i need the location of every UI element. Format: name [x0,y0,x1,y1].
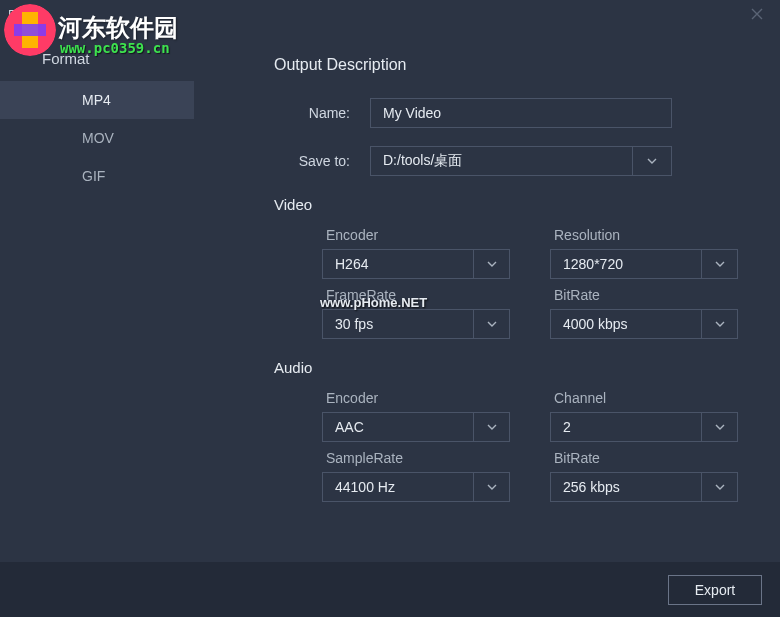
close-button[interactable] [742,0,772,28]
select-arrow[interactable] [701,473,737,501]
select-value: 1280*720 [551,250,701,278]
chevron-down-icon [487,484,497,490]
video-bitrate-select[interactable]: 4000 kbps [550,309,738,339]
select-arrow[interactable] [701,250,737,278]
video-framerate-label: FrameRate [322,287,510,303]
video-encoder-label: Encoder [322,227,510,243]
select-arrow[interactable] [473,250,509,278]
chevron-down-icon [715,261,725,267]
select-value: 30 fps [323,310,473,338]
saveto-path[interactable]: D:/tools/桌面 [370,146,632,176]
audio-channel-select[interactable]: 2 [550,412,738,442]
select-arrow[interactable] [473,413,509,441]
sidebar-item-label: MP4 [82,92,111,108]
audio-bitrate-label: BitRate [550,450,738,466]
chevron-down-icon [487,261,497,267]
audio-bitrate-select[interactable]: 256 kbps [550,472,738,502]
audio-heading: Audio [274,359,738,376]
select-arrow[interactable] [473,310,509,338]
sidebar-item-gif[interactable]: GIF [0,157,194,195]
sidebar-item-label: MOV [82,130,114,146]
select-arrow[interactable] [701,310,737,338]
sidebar: Format MP4 MOV GIF [0,28,194,562]
chevron-down-icon [487,424,497,430]
footer: Export [0,562,780,617]
name-label: Name: [274,105,370,121]
sidebar-heading: Format [0,50,194,81]
select-arrow[interactable] [473,473,509,501]
saveto-label: Save to: [274,153,370,169]
export-button[interactable]: Export [668,575,762,605]
close-icon [751,8,763,20]
audio-channel-label: Channel [550,390,738,406]
output-heading: Output Description [274,56,738,74]
chevron-down-icon [715,321,725,327]
audio-encoder-select[interactable]: AAC [322,412,510,442]
select-value: 44100 Hz [323,473,473,501]
chevron-down-icon [715,424,725,430]
titlebar: Export [0,0,780,28]
select-value: AAC [323,413,473,441]
select-arrow[interactable] [701,413,737,441]
select-value: H264 [323,250,473,278]
audio-samplerate-label: SampleRate [322,450,510,466]
select-value: 4000 kbps [551,310,701,338]
select-value: 256 kbps [551,473,701,501]
sidebar-item-mp4[interactable]: MP4 [0,81,194,119]
audio-encoder-label: Encoder [322,390,510,406]
window-title: Export [8,7,46,22]
chevron-down-icon [647,158,657,164]
video-bitrate-label: BitRate [550,287,738,303]
audio-samplerate-select[interactable]: 44100 Hz [322,472,510,502]
video-resolution-label: Resolution [550,227,738,243]
saveto-browse-button[interactable] [632,146,672,176]
name-input[interactable] [370,98,672,128]
video-resolution-select[interactable]: 1280*720 [550,249,738,279]
chevron-down-icon [487,321,497,327]
video-heading: Video [274,196,738,213]
sidebar-item-mov[interactable]: MOV [0,119,194,157]
sidebar-item-label: GIF [82,168,105,184]
content-panel: Output Description Name: Save to: D:/too… [194,28,780,562]
video-framerate-select[interactable]: 30 fps [322,309,510,339]
video-encoder-select[interactable]: H264 [322,249,510,279]
select-value: 2 [551,413,701,441]
chevron-down-icon [715,484,725,490]
